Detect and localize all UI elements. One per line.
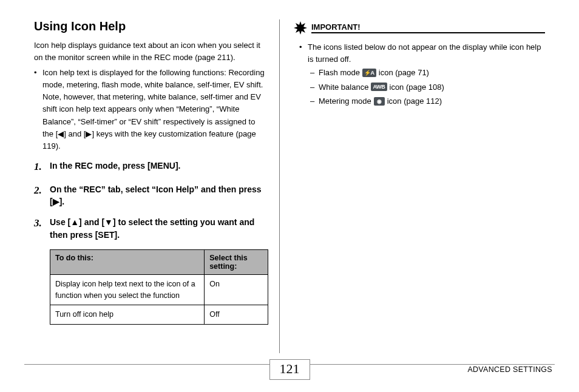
step-item: 1. In the REC mode, press [MENU]. xyxy=(34,160,268,175)
list-item: – Flash mode ⚡A icon (page 71) xyxy=(293,66,545,79)
list-item: – Metering mode ◉ icon (page 112) xyxy=(293,94,545,108)
page-footer: 121 ADVANCED SETTINGS xyxy=(0,362,579,387)
important-header: IMPORTANT! xyxy=(293,21,545,35)
step-number: 1. xyxy=(34,160,50,175)
table-header: Select this setting: xyxy=(205,249,268,274)
white-balance-icon: AWB xyxy=(371,83,387,91)
item-label: Metering mode xyxy=(319,94,371,108)
bullet-dot: • xyxy=(34,67,42,152)
step-text: On the “REC” tab, select “Icon Help” and… xyxy=(50,183,268,208)
svg-marker-0 xyxy=(294,21,307,35)
item-label: Flash mode xyxy=(319,66,360,79)
flash-mode-icon: ⚡A xyxy=(362,69,376,77)
page-title: Using Icon Help xyxy=(34,19,268,33)
page-body: Using Icon Help Icon help displays guida… xyxy=(0,0,579,358)
dash-icon: – xyxy=(310,94,319,108)
table-header-row: To do this: Select this setting: xyxy=(50,249,268,274)
right-column: IMPORTANT! • The icons listed below do n… xyxy=(280,19,569,358)
important-label: IMPORTANT! xyxy=(311,22,545,33)
starburst-icon xyxy=(293,21,308,35)
table-cell: On xyxy=(205,274,268,305)
step-number: 3. xyxy=(34,216,50,241)
item-ref: icon (page 71) xyxy=(379,66,429,79)
item-label: White balance xyxy=(319,80,368,94)
step-text: In the REC mode, press [MENU]. xyxy=(50,160,268,175)
table-cell: Off xyxy=(205,305,268,325)
step-text: Use [▲] and [▼] to select the setting yo… xyxy=(50,216,268,241)
bullet-dot: • xyxy=(299,41,308,66)
table-header: To do this: xyxy=(50,249,205,274)
table-cell: Turn off icon help xyxy=(50,305,205,325)
dash-icon: – xyxy=(310,66,319,79)
item-ref: icon (page 112) xyxy=(387,94,442,108)
intro-text: Icon help displays guidance text about a… xyxy=(34,39,268,63)
step-item: 3. Use [▲] and [▼] to select the setting… xyxy=(34,216,268,241)
step-number: 2. xyxy=(34,183,50,208)
bullet-item: • Icon help text is displayed for the fo… xyxy=(34,67,268,152)
page-number: 121 xyxy=(269,359,310,380)
steps-list: 1. In the REC mode, press [MENU]. 2. On … xyxy=(34,160,268,241)
table-row: Display icon help text next to the icon … xyxy=(50,274,268,305)
settings-table: To do this: Select this setting: Display… xyxy=(50,249,268,325)
item-ref: icon (page 108) xyxy=(390,80,444,94)
step-item: 2. On the “REC” tab, select “Icon Help” … xyxy=(34,183,268,208)
left-column: Using Icon Help Icon help displays guida… xyxy=(34,19,279,358)
dash-icon: – xyxy=(310,80,319,94)
bullet-item: • The icons listed below do not appear o… xyxy=(293,41,545,66)
metering-mode-icon: ◉ xyxy=(374,97,385,106)
bullet-text: The icons listed below do not appear on … xyxy=(308,41,545,66)
list-item: – White balance AWB icon (page 108) xyxy=(293,80,545,94)
bullet-text: Icon help text is displayed for the foll… xyxy=(42,67,268,152)
table-row: Turn off icon help Off xyxy=(50,305,268,325)
table-cell: Display icon help text next to the icon … xyxy=(50,274,205,305)
section-label: ADVANCED SETTINGS xyxy=(467,365,552,374)
